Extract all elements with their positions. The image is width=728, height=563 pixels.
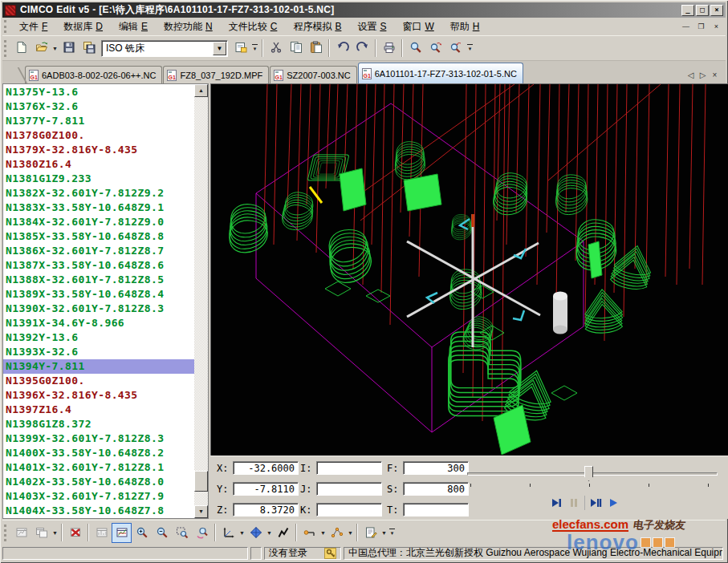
menu-item[interactable]: 帮助H bbox=[442, 18, 488, 36]
tool-display-button[interactable] bbox=[299, 523, 319, 543]
scroll-up-icon[interactable]: ▲ bbox=[194, 84, 208, 97]
code-line[interactable]: N1380Z16.4 bbox=[3, 157, 194, 172]
maximize-button[interactable]: □ bbox=[696, 5, 709, 16]
code-line[interactable]: N1400X-33.58Y-10.648Z8.2 bbox=[3, 446, 194, 460]
close-simulation-button[interactable] bbox=[65, 523, 85, 543]
close-button[interactable]: × bbox=[710, 5, 723, 16]
code-line[interactable]: N1376X-32.6 bbox=[3, 99, 194, 114]
toolpath-points-button[interactable] bbox=[327, 523, 347, 543]
code-line[interactable]: N1395G0Z100. bbox=[3, 374, 194, 388]
toolbar-overflow-2[interactable]: ▾ bbox=[466, 38, 474, 59]
coordinate-value[interactable] bbox=[403, 503, 469, 516]
minimize-button[interactable]: _ bbox=[681, 5, 694, 16]
find-button[interactable] bbox=[405, 38, 425, 59]
coordinate-value[interactable] bbox=[316, 503, 382, 516]
file-type-setup-button[interactable] bbox=[230, 38, 250, 59]
code-line[interactable]: N1388X-32.601Y-7.812Z8.5 bbox=[3, 273, 194, 287]
code-line[interactable]: N1404X-33.58Y-10.648Z7.8 bbox=[3, 504, 194, 518]
code-line[interactable]: N1389X-33.58Y-10.648Z8.4 bbox=[3, 287, 194, 302]
cut-button[interactable] bbox=[266, 38, 286, 59]
code-line[interactable]: N1386X-32.601Y-7.812Z8.7 bbox=[3, 244, 194, 258]
menu-item[interactable]: 文件F bbox=[11, 18, 55, 36]
coordinate-value[interactable]: 300 bbox=[403, 461, 469, 475]
menu-item[interactable]: 设置S bbox=[349, 18, 394, 36]
coordinate-value[interactable]: -7.8110 bbox=[233, 482, 299, 496]
code-line[interactable]: N1379X-32.816Y-8.435 bbox=[3, 143, 194, 157]
menu-item[interactable]: 编辑E bbox=[111, 18, 156, 36]
tool-display-dropdown[interactable]: ▼ bbox=[319, 523, 327, 543]
code-line[interactable]: N1402X-33.58Y-10.648Z8.0 bbox=[3, 475, 194, 489]
coordinate-value[interactable] bbox=[316, 461, 382, 475]
mdi-restore-button[interactable]: ❐ bbox=[695, 22, 707, 32]
zoom-in-button[interactable] bbox=[132, 523, 152, 543]
file-type-dropdown-icon[interactable]: ▼ bbox=[213, 42, 226, 55]
find-previous-button[interactable] bbox=[445, 38, 466, 59]
simbar-overflow[interactable]: ▾ bbox=[388, 523, 397, 543]
scrollbar-thumb[interactable] bbox=[194, 471, 208, 492]
step-forward-button[interactable] bbox=[547, 493, 565, 512]
toolbar-overflow-1[interactable]: ▾ bbox=[250, 38, 259, 59]
play-button[interactable] bbox=[604, 493, 622, 512]
open-file-button[interactable] bbox=[31, 38, 51, 59]
code-lines[interactable]: N1375Y-13.6N1376X-32.6N1377Y-7.811N1378G… bbox=[3, 85, 194, 518]
simulation-window-button[interactable] bbox=[112, 523, 132, 543]
new-file-button[interactable] bbox=[11, 38, 31, 59]
multi-window-dropdown[interactable]: ▼ bbox=[51, 523, 59, 543]
copy-button[interactable] bbox=[286, 38, 306, 59]
code-line[interactable]: N1387X-33.58Y-10.648Z8.6 bbox=[3, 258, 194, 273]
slider-thumb[interactable] bbox=[584, 466, 593, 481]
axes-view-dropdown[interactable]: ▼ bbox=[238, 523, 246, 543]
menu-item[interactable]: 数控功能N bbox=[156, 18, 221, 36]
zoom-out-button[interactable] bbox=[152, 523, 172, 543]
code-line[interactable]: N1385X-33.58Y-10.648Z8.8 bbox=[3, 229, 194, 244]
code-line[interactable]: N1396X-32.816Y-8.435 bbox=[3, 388, 194, 403]
find-next-button[interactable] bbox=[425, 38, 445, 59]
axes-view-button[interactable] bbox=[218, 523, 238, 543]
edit-settings-dropdown[interactable]: ▼ bbox=[380, 523, 388, 543]
redo-button[interactable] bbox=[352, 38, 372, 59]
simulation-progress-slider[interactable] bbox=[467, 463, 718, 487]
simbar-grip[interactable] bbox=[4, 525, 8, 541]
print-button[interactable] bbox=[379, 38, 399, 59]
scroll-down-icon[interactable]: ▼ bbox=[194, 505, 208, 518]
backplot-3d-view[interactable] bbox=[210, 83, 728, 456]
stats-window-button[interactable] bbox=[92, 523, 112, 543]
document-tab[interactable]: G1 FZ8_037_192D.MPF bbox=[163, 66, 269, 83]
next-tab-button[interactable]: ▷ bbox=[697, 71, 709, 79]
multi-window-view-button[interactable] bbox=[31, 523, 51, 543]
code-line[interactable]: N1401X-32.601Y-7.812Z8.1 bbox=[3, 460, 194, 475]
login-key-icon[interactable] bbox=[324, 548, 336, 559]
code-line[interactable]: N1375Y-13.6 bbox=[3, 85, 194, 99]
save-button[interactable] bbox=[59, 38, 79, 59]
toolbar-grip[interactable] bbox=[4, 40, 8, 57]
code-line[interactable]: N1399X-32.601Y-7.812Z8.3 bbox=[3, 431, 194, 446]
document-tab[interactable]: G1 6A101101-17-FZ7-313-102-01-5.NC bbox=[358, 63, 523, 83]
code-line[interactable]: N1384X-32.601Y-7.812Z9.0 bbox=[3, 215, 194, 229]
code-line[interactable]: N1403X-32.601Y-7.812Z7.9 bbox=[3, 489, 194, 504]
pause-button[interactable] bbox=[565, 493, 583, 512]
play-stop-button[interactable] bbox=[587, 493, 604, 512]
menu-grip[interactable] bbox=[4, 20, 8, 32]
file-type-selector[interactable]: ISO 铣床 ▼ bbox=[101, 40, 228, 57]
code-line[interactable]: N1391X-34.6Y-8.966 bbox=[3, 316, 194, 330]
code-line[interactable]: N1398G1Z8.372 bbox=[3, 417, 194, 431]
mdi-close-button[interactable]: × bbox=[710, 22, 722, 32]
coordinate-value[interactable]: 8.3720 bbox=[233, 503, 299, 516]
document-tab[interactable]: G1 SZ2007-003.NC bbox=[270, 66, 357, 83]
open-file-dropdown[interactable]: ▼ bbox=[51, 38, 59, 59]
menu-item[interactable]: 文件比较C bbox=[221, 18, 286, 36]
login-status-panel[interactable]: 没有登录 bbox=[264, 547, 341, 560]
code-line[interactable]: N1383X-33.58Y-10.648Z9.1 bbox=[3, 200, 194, 215]
menu-item[interactable]: 数据库D bbox=[55, 18, 111, 36]
save-all-button[interactable] bbox=[79, 38, 99, 59]
solid-view-button[interactable] bbox=[246, 523, 266, 543]
code-line[interactable]: N1378G0Z100. bbox=[3, 128, 194, 143]
paste-button[interactable] bbox=[306, 38, 326, 59]
menu-item[interactable]: 窗口W bbox=[394, 18, 441, 36]
toolpath-points-dropdown[interactable]: ▼ bbox=[347, 523, 354, 543]
prev-tab-button[interactable]: ◁ bbox=[685, 71, 697, 79]
coordinate-value[interactable]: 800 bbox=[403, 482, 469, 496]
close-tab-button[interactable]: × bbox=[709, 71, 721, 79]
zoom-window-button[interactable] bbox=[172, 523, 192, 543]
code-line[interactable]: N1381G1Z9.233 bbox=[3, 172, 194, 186]
